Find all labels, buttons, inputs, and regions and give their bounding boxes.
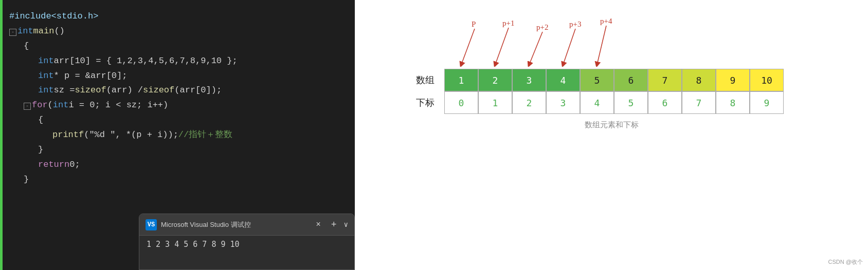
index-cell-2: 2 — [512, 91, 546, 114]
array-cell-8: 9 — [716, 69, 750, 91]
diagram-panel: Pp+1p+2p+3p+4 数组12345678910下标0123456789 … — [355, 0, 868, 270]
svg-line-3 — [563, 29, 575, 65]
editor-panel: #include<stdio.h>-int main(){int arr[10]… — [0, 0, 355, 270]
index-cell-4: 4 — [580, 91, 614, 114]
watermark: CSDN @收个 — [828, 258, 863, 266]
line-intp: int* p = &arr[0]; — [9, 69, 355, 84]
array-row-label: 数组 — [416, 69, 444, 91]
array-cell-7: 8 — [682, 69, 716, 91]
svg-line-2 — [529, 32, 542, 65]
line-brace2: { — [9, 113, 355, 128]
line-brace3: } — [9, 143, 355, 158]
line-intsz: int sz = sizeof(arr) / sizeof(arr[0]); — [9, 83, 355, 98]
array-cell-1: 2 — [478, 69, 512, 91]
taskbar-chevron-button[interactable]: ∨ — [344, 220, 348, 229]
line-include: #include<stdio.h> — [9, 9, 355, 24]
fold-icon[interactable]: - — [24, 103, 31, 110]
line-printf: printf("%d ", *(p + i));//指针＋整数 — [9, 128, 355, 143]
index-cell-5: 5 — [614, 91, 648, 114]
svg-line-4 — [597, 26, 606, 65]
index-cell-1: 1 — [478, 91, 512, 114]
array-cell-2: 3 — [512, 69, 546, 91]
index-row: 下标0123456789 — [416, 91, 807, 114]
line-for: -for (int i = 0; i < sz; i++) — [9, 98, 355, 113]
pointer-label-4: p+4 — [600, 17, 612, 25]
index-cell-6: 6 — [648, 91, 682, 114]
pointer-label-0: P — [472, 20, 476, 28]
line-brace4: } — [9, 172, 355, 187]
fold-icon[interactable]: - — [9, 29, 16, 36]
arrows-row: Pp+1p+2p+3p+4 — [416, 10, 807, 67]
taskbar-title: Microsoft Visual Studio 调试控 — [161, 220, 309, 229]
green-bar — [0, 0, 3, 270]
line-brace1: { — [9, 39, 355, 54]
svg-line-0 — [461, 29, 475, 65]
array-cell-6: 7 — [648, 69, 682, 91]
pointer-label-1: p+1 — [502, 19, 514, 27]
array-section: 数组12345678910下标0123456789 — [416, 69, 807, 114]
index-cell-9: 9 — [750, 91, 784, 114]
index-cell-8: 8 — [716, 91, 750, 114]
array-cell-9: 10 — [750, 69, 784, 91]
taskbar-close-button[interactable]: × — [313, 219, 324, 230]
pointer-label-2: p+2 — [536, 23, 548, 31]
taskbar-output: 1 2 3 4 5 6 7 8 9 10 — [139, 236, 354, 254]
taskbar-header: VS Microsoft Visual Studio 调试控 × + ∨ — [139, 214, 354, 236]
line-return: return 0; — [9, 158, 355, 172]
vs-icon: VS — [146, 219, 157, 230]
line-int-arr: int arr[10] = { 1,2,3,4,5,6,7,8,9,10 }; — [9, 54, 355, 69]
diagram-caption: 数组元素和下标 — [585, 120, 639, 130]
code-lines: #include<stdio.h>-int main(){int arr[10]… — [0, 5, 355, 187]
index-cell-3: 3 — [546, 91, 580, 114]
arrows-svg: Pp+1p+2p+3p+4 — [416, 10, 807, 67]
svg-line-1 — [495, 28, 509, 65]
line-main: -int main() — [9, 24, 355, 39]
index-cell-0: 0 — [444, 91, 478, 114]
array-cell-3: 4 — [546, 69, 580, 91]
array-cell-0: 1 — [444, 69, 478, 91]
array-cell-5: 6 — [614, 69, 648, 91]
array-value-row: 数组12345678910 — [416, 69, 807, 91]
taskbar-popup: VS Microsoft Visual Studio 调试控 × + ∨ 1 2… — [139, 214, 355, 270]
taskbar-plus-button[interactable]: + — [328, 219, 340, 231]
index-cell-7: 7 — [682, 91, 716, 114]
index-row-label: 下标 — [416, 91, 444, 114]
array-cell-4: 5 — [580, 69, 614, 91]
pointer-label-3: p+3 — [569, 20, 581, 28]
